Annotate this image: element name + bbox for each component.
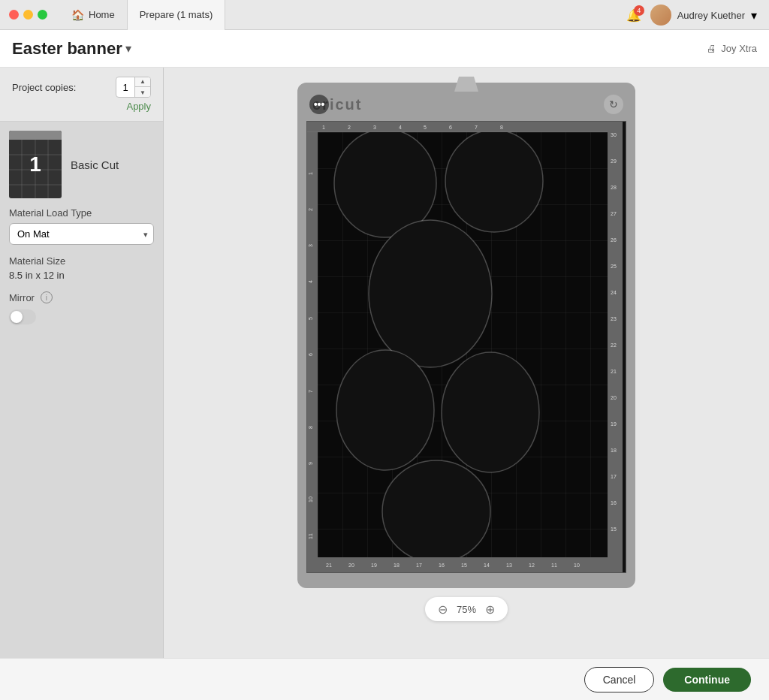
svg-text:10: 10	[574, 563, 580, 568]
material-size-field: Material Size 8.5 in x 12 in	[9, 255, 154, 281]
project-copies-label: Project copies:	[12, 82, 76, 93]
svg-text:3: 3	[373, 125, 376, 130]
svg-text:15: 15	[611, 527, 617, 532]
user-menu[interactable]: Audrey Kuether ▾	[650, 5, 757, 26]
svg-text:20: 20	[348, 563, 354, 568]
svg-text:11: 11	[551, 563, 557, 568]
machine-name-text: Joy Xtra	[721, 43, 757, 54]
avatar	[650, 5, 671, 26]
zoom-level: 75%	[457, 604, 476, 615]
svg-text:8: 8	[500, 125, 503, 130]
svg-text:20: 20	[611, 395, 617, 400]
svg-text:24: 24	[611, 290, 617, 295]
material-size-value: 8.5 in x 12 in	[9, 270, 154, 281]
svg-text:21: 21	[326, 563, 332, 568]
continue-button[interactable]: Continue	[663, 668, 751, 692]
machine-display: 🖨 Joy Xtra	[707, 43, 757, 54]
mirror-toggle[interactable]	[9, 309, 36, 324]
svg-text:29: 29	[611, 158, 617, 164]
svg-text:6: 6	[449, 125, 452, 130]
mat-section: 1 Basic Cut Material Load Type	[0, 122, 163, 333]
svg-text:21: 21	[611, 369, 617, 374]
mat-preview-row: 1 Basic Cut	[9, 131, 154, 198]
user-name: Audrey Kuether	[677, 10, 745, 21]
stepper-arrows: ▲ ▼	[134, 77, 150, 98]
svg-text:10: 10	[308, 496, 313, 502]
svg-text:12: 12	[529, 563, 535, 568]
svg-text:25: 25	[611, 264, 617, 269]
svg-text:28: 28	[611, 185, 617, 190]
svg-point-59	[442, 352, 539, 472]
svg-text:1: 1	[308, 172, 313, 175]
home-icon: 🏠	[71, 9, 84, 21]
mat-refresh-button[interactable]: ↻	[604, 95, 623, 114]
sidebar-top: Project copies: 1 ▲ ▼ Apply	[0, 68, 163, 122]
material-load-type-field: Material Load Type On Mat Without Mat ▾	[9, 207, 154, 245]
mirror-row: Mirror i	[9, 291, 154, 303]
tab-home[interactable]: 🏠 Home	[59, 0, 128, 30]
tab-prepare[interactable]: Prepare (1 mats)	[128, 0, 226, 30]
mirror-info-icon[interactable]: i	[41, 291, 53, 303]
mat-options-button[interactable]: •••	[309, 95, 329, 114]
mat-label: Basic Cut	[71, 158, 119, 171]
zoom-out-button[interactable]: ⊖	[436, 602, 451, 617]
project-title-text: Easter banner	[12, 39, 122, 59]
mirror-label: Mirror	[9, 292, 35, 303]
main-layout: Project copies: 1 ▲ ▼ Apply 1	[0, 68, 769, 658]
tab-prepare-label: Prepare (1 mats)	[140, 9, 213, 20]
stepper-down[interactable]: ▼	[135, 87, 150, 98]
ruler-right: 30 29 28 27 26 25 24 23 22 21 20	[608, 122, 623, 557]
svg-text:8: 8	[308, 426, 313, 429]
project-copies-row: Project copies: 1 ▲ ▼	[12, 77, 151, 98]
svg-point-56	[445, 132, 543, 232]
svg-text:17: 17	[611, 474, 617, 479]
svg-text:6: 6	[308, 353, 313, 356]
project-title[interactable]: Easter banner ▾	[12, 39, 131, 59]
sidebar: Project copies: 1 ▲ ▼ Apply 1	[0, 68, 164, 658]
svg-point-60	[382, 460, 490, 557]
machine-icon: 🖨	[707, 43, 716, 54]
material-load-type-label: Material Load Type	[9, 207, 154, 219]
close-button[interactable]	[9, 10, 19, 20]
svg-text:19: 19	[611, 421, 617, 427]
cancel-button[interactable]: Cancel	[584, 667, 655, 692]
tab-home-label: Home	[89, 9, 115, 20]
svg-text:1: 1	[322, 125, 325, 130]
ruler-right-svg: 30 29 28 27 26 25 24 23 22 21 20	[608, 122, 623, 572]
content-area: ••• cricut ↻ 1 2	[164, 68, 769, 658]
app-header: Easter banner ▾ 🖨 Joy Xtra	[0, 30, 769, 68]
svg-text:2: 2	[308, 208, 313, 211]
mat-container: ••• cricut ↻ 1 2	[297, 83, 635, 588]
svg-text:4: 4	[308, 280, 313, 283]
footer: Cancel Continue	[0, 658, 769, 700]
maximize-button[interactable]	[38, 10, 47, 20]
svg-text:26: 26	[611, 237, 617, 243]
project-copies-stepper[interactable]: 1 ▲ ▼	[116, 77, 151, 98]
stepper-up[interactable]: ▲	[135, 77, 150, 87]
ruler-top: 1 2 3 4 5 6 7 8	[307, 122, 608, 132]
svg-text:7: 7	[475, 125, 478, 130]
user-chevron-icon: ▾	[751, 8, 757, 23]
svg-text:15: 15	[461, 563, 467, 568]
svg-text:18: 18	[611, 448, 617, 453]
apply-button[interactable]: Apply	[12, 101, 151, 112]
zoom-out-icon: ⊖	[438, 602, 448, 617]
traffic-lights	[9, 10, 47, 20]
notification-button[interactable]: 🔔 4	[626, 8, 641, 23]
svg-text:19: 19	[371, 563, 377, 568]
svg-text:17: 17	[416, 563, 422, 568]
svg-text:5: 5	[424, 125, 427, 130]
minimize-button[interactable]	[23, 10, 33, 20]
zoom-in-button[interactable]: ⊕	[482, 602, 497, 617]
svg-text:30: 30	[611, 132, 617, 137]
svg-text:7: 7	[308, 390, 313, 393]
mat-canvas: 1 2 3 4 5 6 7 8	[307, 122, 623, 572]
svg-text:3: 3	[308, 244, 313, 247]
svg-text:4: 4	[399, 125, 402, 130]
material-load-type-select[interactable]: On Mat Without Mat	[9, 223, 154, 245]
mat-thumbnail: 1	[9, 131, 62, 198]
ruler-bottom: 21 20 19 18 17 16 15 14 13 12 11	[307, 557, 623, 572]
svg-text:27: 27	[611, 211, 617, 216]
options-dots-icon: •••	[314, 98, 325, 110]
tabs: 🏠 Home Prepare (1 mats)	[59, 0, 225, 30]
